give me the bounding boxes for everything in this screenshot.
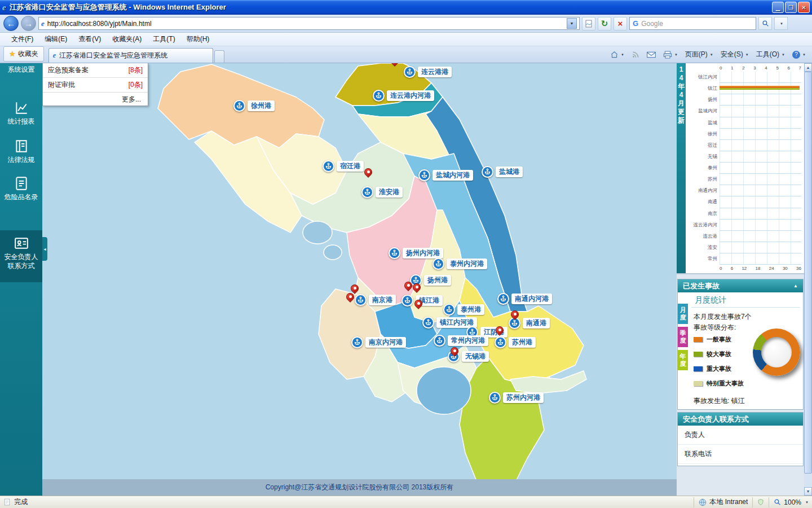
compatibility-button[interactable] bbox=[582, 17, 595, 30]
back-button[interactable]: ← bbox=[3, 16, 19, 31]
search-button[interactable] bbox=[758, 17, 772, 30]
collapse-arrow-icon[interactable]: ▲ bbox=[793, 283, 798, 288]
page-menu-button[interactable]: 页面(P)▼ bbox=[682, 49, 716, 60]
accident-pin-icon[interactable] bbox=[351, 284, 359, 292]
url-text: http://localhost:8080/yjpt/Main.html bbox=[47, 20, 152, 28]
port-marker[interactable]: 常州内河港 bbox=[434, 335, 488, 347]
accident-pin-icon[interactable] bbox=[413, 283, 421, 291]
port-label: 苏州内河港 bbox=[503, 392, 544, 403]
tools-menu-button[interactable]: 工具(O)▼ bbox=[753, 49, 788, 60]
new-tab-button[interactable] bbox=[214, 50, 224, 63]
menu-favorites[interactable]: 收藏夹(A) bbox=[107, 33, 147, 46]
accident-pin-icon[interactable] bbox=[404, 282, 412, 290]
sidebar-collapse-handle[interactable]: ◄ bbox=[42, 237, 47, 261]
chart-rows: 镇江内河镇江扬州盐城内河盐城徐州宿迁无锡泰州苏州南通内河南通南京连云港内河连云港… bbox=[686, 72, 801, 265]
legend-swatch bbox=[694, 337, 703, 342]
accident-pin-icon[interactable] bbox=[451, 347, 458, 355]
accident-pin-icon[interactable] bbox=[391, 63, 399, 65]
favorites-button[interactable]: ★ 收藏夹 bbox=[3, 46, 44, 62]
scroll-up-arrow[interactable]: ▲ bbox=[804, 63, 812, 72]
menu-edit[interactable]: 编辑(E) bbox=[39, 33, 73, 46]
chart-title-char: 4 bbox=[677, 91, 686, 99]
scroll-down-arrow[interactable]: ▼ bbox=[804, 487, 812, 496]
accident-tab-年度[interactable]: 年度 bbox=[678, 350, 688, 370]
port-marker[interactable]: 宿迁港 bbox=[323, 160, 364, 172]
flyout-item-emergency-plan[interactable]: 应急预案备案 [8条] bbox=[43, 63, 148, 78]
restore-button[interactable]: ❐ bbox=[785, 2, 797, 13]
accident-pin-icon[interactable] bbox=[364, 168, 372, 176]
port-marker[interactable]: 徐州港 bbox=[233, 100, 275, 112]
chart-row: 扬州 bbox=[686, 94, 801, 106]
chart-row: 盐城内河 bbox=[686, 106, 801, 117]
search-options-button[interactable]: ▼ bbox=[774, 17, 788, 30]
search-input[interactable]: G Google bbox=[629, 17, 756, 30]
sidebar-item-laws[interactable]: 法律法规 bbox=[0, 139, 42, 164]
close-button[interactable]: ✕ bbox=[798, 2, 810, 13]
menu-help[interactable]: 帮助(H) bbox=[181, 33, 215, 46]
accident-pin-icon[interactable] bbox=[496, 326, 504, 334]
sidebar-item-contact[interactable]: 安全负责人联系方式 bbox=[0, 230, 42, 282]
tab-active[interactable]: e 江苏省港口安全监管与应急管理系统 bbox=[48, 48, 213, 63]
contact-panel-header[interactable]: 安全负责人联系方式 bbox=[678, 413, 803, 426]
minimize-button[interactable]: ▁ bbox=[772, 2, 784, 13]
print-button[interactable]: ▼ bbox=[660, 50, 681, 60]
system-settings-flyout: 应急预案备案 [8条] 附证审批 [0条] 更多... bbox=[42, 63, 148, 106]
port-marker[interactable]: 苏州港 bbox=[495, 336, 536, 348]
accident-pin-icon[interactable] bbox=[414, 300, 422, 308]
refresh-button[interactable]: ↻ bbox=[598, 17, 611, 30]
accident-pin-icon[interactable] bbox=[511, 310, 519, 318]
chart-bar-total bbox=[720, 88, 800, 90]
flyout-more-link[interactable]: 更多... bbox=[43, 93, 148, 106]
safety-menu-button[interactable]: 安全(S)▼ bbox=[718, 49, 752, 60]
port-marker[interactable]: 淮安港 bbox=[361, 186, 403, 198]
chart-row-track bbox=[720, 140, 801, 151]
sidebar-item-reports[interactable]: 统计报表 bbox=[0, 100, 42, 126]
mail-button[interactable] bbox=[644, 50, 659, 59]
province-map[interactable]: 连云港港连云港内河港徐州港宿迁港淮安港盐城内河港盐城港扬州内河港泰州内河港扬州港… bbox=[42, 63, 677, 496]
stop-button[interactable]: × bbox=[614, 17, 627, 30]
port-marker[interactable]: 南京内河港 bbox=[351, 336, 406, 348]
menu-file[interactable]: 文件(F) bbox=[6, 33, 39, 46]
home-button[interactable]: ▼ bbox=[607, 50, 627, 60]
help-button[interactable]: ?▼ bbox=[789, 50, 809, 60]
port-marker[interactable]: 连云港内河港 bbox=[373, 90, 434, 102]
axis-tick: 6 bbox=[787, 65, 789, 71]
sidebar-item-dangerous-goods[interactable]: 危险品名录 bbox=[0, 176, 42, 202]
feeds-button[interactable] bbox=[629, 50, 642, 60]
anchor-icon bbox=[489, 392, 501, 404]
chart-row-track bbox=[720, 163, 801, 174]
port-marker[interactable]: 扬州内河港 bbox=[389, 247, 443, 259]
port-marker[interactable]: 连云港港 bbox=[404, 66, 452, 78]
vertical-scrollbar[interactable]: ▲ ▼ bbox=[804, 63, 812, 496]
axis-tick: 36 bbox=[796, 266, 801, 271]
rss-icon bbox=[632, 51, 639, 59]
axis-tick: 18 bbox=[756, 266, 761, 271]
accident-tab-月度[interactable]: 月度 bbox=[678, 304, 688, 324]
chart-category-label: 泰州 bbox=[686, 165, 720, 172]
accident-pin-icon[interactable] bbox=[346, 293, 354, 301]
sidebar-item-system-settings[interactable]: 系统设置 bbox=[0, 63, 42, 75]
url-dropdown-icon[interactable]: ▼ bbox=[567, 18, 577, 29]
port-marker[interactable]: 盐城内河港 bbox=[418, 169, 473, 181]
port-marker[interactable]: 南京港 bbox=[355, 294, 396, 306]
port-marker[interactable]: 盐城港 bbox=[482, 166, 523, 178]
forward-button[interactable]: → bbox=[21, 16, 36, 31]
menu-tools[interactable]: 工具(T) bbox=[147, 33, 180, 46]
port-marker[interactable]: 南通内河港 bbox=[497, 293, 552, 305]
chart-category-label: 苏州 bbox=[686, 176, 720, 183]
flyout-item-certificate-approval[interactable]: 附证审批 [0条] bbox=[43, 78, 148, 93]
chart-row: 宿迁 bbox=[686, 140, 801, 151]
zoom-dropdown-icon[interactable]: ▼ bbox=[805, 501, 809, 504]
port-marker[interactable]: 泰州港 bbox=[443, 304, 484, 316]
port-marker[interactable]: 苏州内河港 bbox=[489, 392, 544, 404]
zoom-control[interactable]: 100% ▼ bbox=[769, 497, 809, 507]
protected-mode bbox=[752, 497, 764, 507]
accident-tab-季度[interactable]: 季度 bbox=[678, 327, 688, 347]
port-label: 南京内河港 bbox=[365, 337, 406, 348]
contact-panel-title: 安全负责人联系方式 bbox=[683, 414, 749, 424]
url-input[interactable]: e http://localhost:8080/yjpt/Main.html ▼ bbox=[38, 17, 580, 30]
scroll-thumb[interactable] bbox=[804, 72, 812, 474]
port-marker[interactable]: 泰州内河港 bbox=[433, 258, 487, 270]
accident-panel-header[interactable]: 已发生事故 ▲ bbox=[678, 279, 803, 292]
menu-view[interactable]: 查看(V) bbox=[73, 33, 107, 46]
